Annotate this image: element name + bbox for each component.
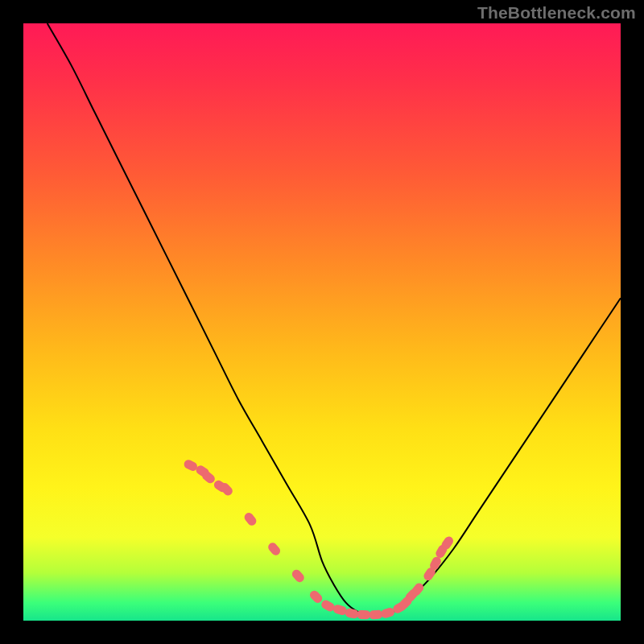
chart-plot-area <box>23 23 621 621</box>
bottleneck-curve-path <box>47 23 621 615</box>
highlight-dots <box>183 458 455 619</box>
highlight-dot <box>266 541 282 557</box>
bottleneck-curve <box>47 23 621 615</box>
highlight-dot <box>357 610 371 620</box>
highlight-dot <box>308 588 324 605</box>
chart-svg <box>23 23 621 621</box>
chart-frame: TheBottleneck.com <box>0 0 644 644</box>
watermark-text: TheBottleneck.com <box>477 3 636 23</box>
highlight-dot <box>369 609 383 619</box>
highlight-dot <box>242 511 258 527</box>
highlight-dot <box>291 568 306 584</box>
